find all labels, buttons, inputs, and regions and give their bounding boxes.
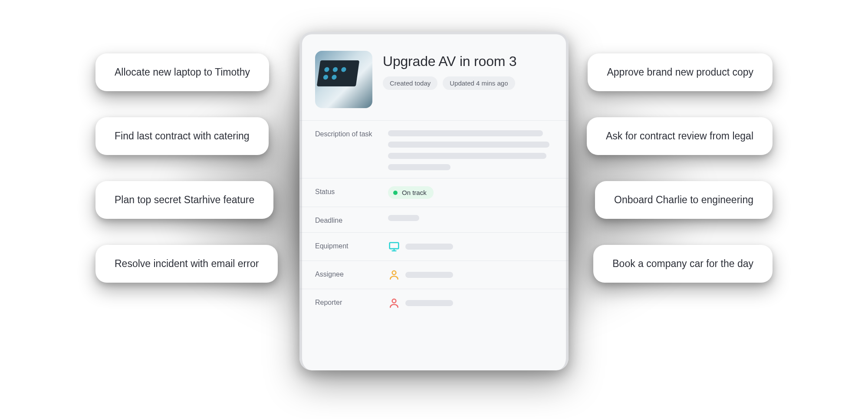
updated-chip: Updated 4 mins ago [443, 76, 515, 90]
field-label: Assignee [315, 269, 383, 278]
field-label: Equipment [315, 241, 383, 250]
task-detail-card: Upgrade AV in room 3 Created today Updat… [299, 32, 569, 370]
svg-point-4 [392, 299, 396, 303]
suggestion-card[interactable]: Onboard Charlie to engineering [595, 181, 773, 219]
field-row-equipment: Equipment [299, 232, 569, 261]
equipment-placeholder [405, 244, 453, 250]
field-row-assignee: Assignee [299, 261, 569, 289]
card-header: Upgrade AV in room 3 Created today Updat… [299, 32, 569, 120]
svg-point-3 [392, 271, 396, 275]
assignee-placeholder [405, 272, 453, 278]
task-thumbnail-image [315, 51, 372, 108]
status-dot-icon [393, 191, 398, 195]
suggestion-card[interactable]: Plan top secret Starhive feature [95, 181, 273, 219]
right-suggestion-column: Approve brand new product copy Ask for c… [587, 53, 773, 283]
suggestion-card[interactable]: Book a company car for the day [593, 245, 773, 283]
suggestion-card[interactable]: Approve brand new product copy [588, 53, 773, 91]
status-badge[interactable]: On track [388, 186, 434, 199]
status-text: On track [402, 189, 427, 196]
person-icon [388, 269, 400, 281]
field-label: Deadline [315, 215, 383, 224]
suggestion-card[interactable]: Resolve incident with email error [95, 245, 278, 283]
field-row-status: Status On track [299, 178, 569, 207]
monitor-icon [388, 241, 400, 253]
card-body: Description of task Status On track [299, 120, 569, 326]
person-icon [388, 297, 400, 309]
field-label: Status [315, 186, 383, 196]
suggestion-card[interactable]: Ask for contract review from legal [587, 117, 773, 155]
field-row-description: Description of task [299, 120, 569, 178]
svg-rect-0 [390, 243, 399, 249]
deadline-placeholder [388, 215, 419, 221]
field-row-deadline: Deadline [299, 207, 569, 232]
field-label: Description of task [315, 129, 383, 138]
description-placeholder [388, 129, 553, 170]
reporter-placeholder [405, 300, 453, 306]
suggestion-card[interactable]: Allocate new laptop to Timothy [95, 53, 269, 91]
task-title: Upgrade AV in room 3 [383, 53, 553, 69]
left-suggestion-column: Allocate new laptop to Timothy Find last… [95, 53, 278, 283]
created-chip: Created today [383, 76, 437, 90]
suggestion-card[interactable]: Find last contract with catering [95, 117, 269, 155]
field-label: Reporter [315, 297, 383, 307]
meta-chip-row: Created today Updated 4 mins ago [383, 76, 553, 90]
field-row-reporter: Reporter [299, 289, 569, 317]
